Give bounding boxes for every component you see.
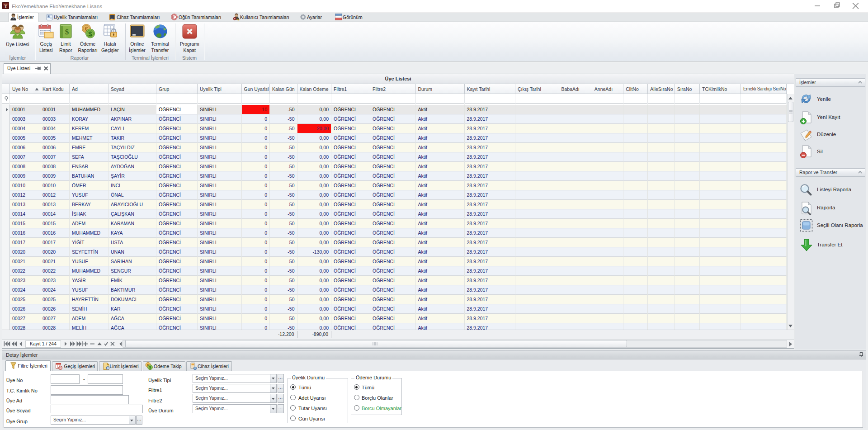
svg-text:⚙: ⚙: [107, 367, 109, 370]
svg-text:Y: Y: [4, 4, 8, 9]
svg-text:$: $: [149, 365, 151, 369]
svg-text:$: $: [65, 28, 69, 36]
svg-text:$: $: [88, 30, 92, 38]
